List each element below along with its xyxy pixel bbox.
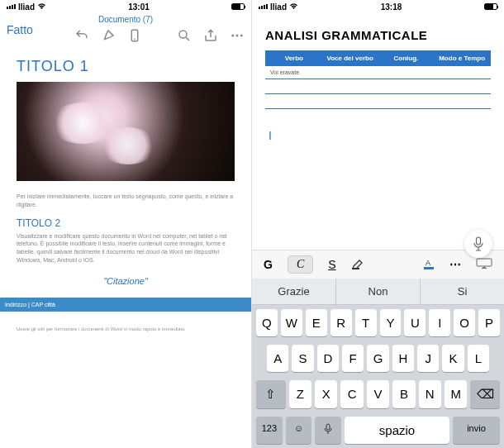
svg-rect-11 (477, 259, 492, 266)
wifi-icon (289, 2, 298, 12)
key-f[interactable]: F (342, 345, 364, 372)
suggestion[interactable]: Grazie (252, 279, 336, 304)
key-b[interactable]: B (392, 380, 415, 408)
key-enter[interactable]: invio (453, 417, 500, 444)
key-r[interactable]: R (330, 309, 352, 336)
undo-icon[interactable] (74, 28, 89, 43)
key-z[interactable]: Z (289, 380, 311, 408)
key-x[interactable]: X (315, 380, 337, 408)
key-h[interactable]: H (392, 345, 414, 372)
svg-point-4 (231, 35, 234, 37)
key-i[interactable]: I (429, 309, 450, 336)
key-w[interactable]: W (281, 309, 302, 336)
share-icon[interactable] (203, 28, 218, 43)
status-time: 13:18 (298, 2, 484, 12)
key-v[interactable]: V (367, 380, 389, 408)
key-d[interactable]: D (317, 345, 339, 372)
col-verbo: Verbo (270, 55, 318, 62)
key-space[interactable]: spazio (345, 417, 449, 444)
address-bar[interactable]: Indirizzo | CAP città (0, 298, 251, 312)
svg-point-6 (240, 35, 243, 37)
key-p[interactable]: P (478, 309, 500, 336)
key-l[interactable]: L (468, 345, 489, 372)
more-format-icon[interactable]: ⋯ (449, 258, 461, 271)
page-title[interactable]: ANALISI GRAMMATICALE (265, 28, 491, 42)
keyboard: Grazie Non Si Q W E R T Y U I O P (252, 279, 504, 448)
key-m[interactable]: M (445, 380, 467, 408)
key-y[interactable]: Y (380, 309, 402, 336)
title-1[interactable]: TITOLO 1 (17, 58, 235, 75)
key-mic[interactable] (315, 417, 341, 444)
done-button[interactable]: Fatto (7, 23, 33, 36)
underline-button[interactable]: S (328, 258, 335, 271)
paragraph-2[interactable]: Visualizzare e modificare questo documen… (17, 232, 235, 265)
col-coniug: Coniug. (383, 55, 430, 62)
search-icon[interactable] (177, 28, 192, 43)
table-header-row: Verbo Voce del verbo Coniug. Modo e Temp… (265, 50, 491, 66)
key-g[interactable]: G (367, 345, 388, 372)
bold-button[interactable]: G (264, 258, 273, 271)
suggestion[interactable]: Si (421, 279, 504, 304)
svg-point-5 (236, 35, 239, 37)
pen-icon[interactable] (101, 28, 116, 43)
document-body-right[interactable]: ANALISI GRAMMATICALE Verbo Voce del verb… (252, 13, 504, 250)
more-icon[interactable] (230, 28, 245, 43)
key-j[interactable]: J (417, 345, 439, 372)
svg-line-3 (186, 37, 189, 41)
suggestion-row: Grazie Non Si (252, 279, 504, 305)
signal-icon (259, 4, 268, 9)
word-header: Fatto Documento (7) (0, 13, 251, 46)
key-e[interactable]: E (306, 309, 327, 336)
key-k[interactable]: K (442, 345, 464, 372)
key-a[interactable]: A (267, 345, 288, 372)
svg-rect-7 (477, 237, 481, 245)
carrier-label: Iliad (18, 2, 35, 12)
key-u[interactable]: U (404, 309, 426, 336)
key-o[interactable]: O (454, 309, 475, 336)
document-title[interactable]: Documento (7) (98, 15, 153, 24)
key-q[interactable]: Q (256, 309, 278, 336)
highlight-icon[interactable] (351, 258, 366, 272)
mobile-icon[interactable] (127, 28, 142, 43)
key-123[interactable]: 123 (256, 417, 283, 444)
citation[interactable]: "Citazione" (17, 276, 235, 286)
status-bar-right: Iliad 13:18 (252, 0, 504, 13)
footer-text: Usare gli stili per formattare i documen… (17, 326, 235, 331)
title-2[interactable]: TITOLO 2 (17, 217, 235, 229)
italic-button[interactable]: C (288, 255, 313, 274)
table-row[interactable] (265, 94, 491, 109)
key-s[interactable]: S (292, 345, 313, 372)
table-row[interactable]: Voi eravate (265, 66, 491, 79)
status-bar-left: Iliad 13:01 (0, 0, 251, 13)
font-color-icon[interactable]: A (423, 258, 435, 272)
wifi-icon (37, 2, 46, 12)
key-c[interactable]: C (340, 380, 363, 408)
key-t[interactable]: T (355, 309, 377, 336)
col-modo: Modo e Tempo (438, 55, 486, 62)
table-row[interactable] (265, 79, 491, 94)
svg-point-2 (179, 31, 187, 38)
signal-icon (7, 4, 16, 9)
dictation-button[interactable] (464, 230, 492, 258)
key-backspace[interactable]: ⌫ (470, 380, 500, 408)
format-toolbar: G C S A ⋯ (252, 250, 504, 279)
svg-text:A: A (426, 259, 430, 267)
text-cursor[interactable]: I (269, 129, 491, 142)
svg-rect-12 (326, 424, 330, 430)
key-shift[interactable]: ⇧ (256, 380, 286, 408)
col-voce: Voce del verbo (326, 55, 374, 62)
keyboard-toggle-icon[interactable] (476, 258, 492, 272)
battery-icon (484, 3, 497, 10)
carrier-label: Iliad (270, 2, 287, 12)
battery-icon (231, 3, 245, 10)
key-emoji[interactable]: ☺ (286, 417, 312, 444)
paragraph-1[interactable]: Per iniziare immediatamente, toccare un … (17, 193, 235, 209)
key-n[interactable]: N (419, 380, 441, 408)
suggestion[interactable]: Non (336, 279, 421, 304)
status-time: 13:01 (46, 2, 231, 12)
cherry-blossom-image[interactable] (17, 82, 235, 181)
document-body-left[interactable]: TITOLO 1 Per iniziare immediatamente, to… (0, 46, 251, 448)
svg-rect-9 (424, 267, 434, 269)
